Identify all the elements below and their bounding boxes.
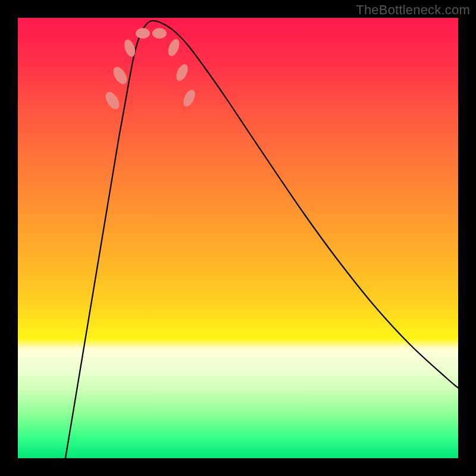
curve-marker [152,28,167,39]
curve-marker [136,28,150,39]
watermark-text: TheBottleneck.com [356,2,470,18]
curve-marker [103,90,122,112]
chart-svg [18,18,458,458]
curve-marker [181,88,197,108]
curve-marker [122,38,137,58]
bottleneck-curve [65,21,458,458]
curve-marker [166,37,181,58]
curve-marker [111,65,130,87]
curve-marker [174,62,190,83]
